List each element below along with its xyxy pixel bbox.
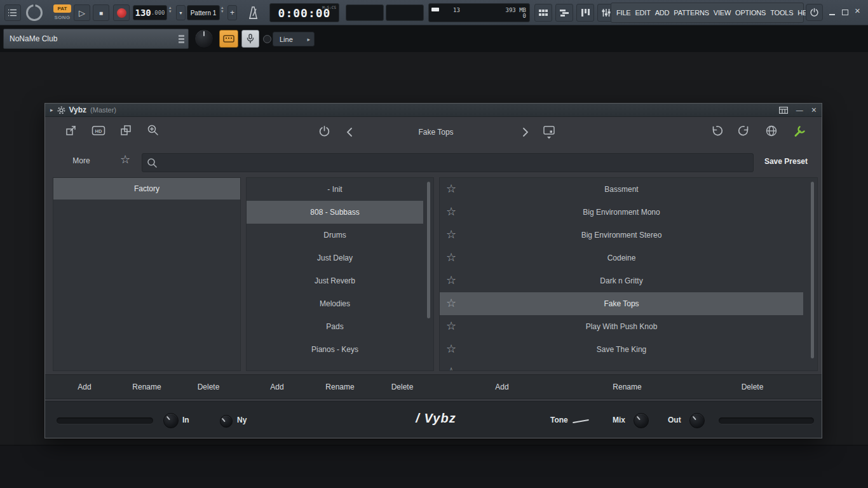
preset-delete-button[interactable]: Delete [742, 383, 764, 391]
pattern-mode-toggle[interactable]: PAT [53, 4, 71, 13]
tempo-display[interactable]: 130.000 [133, 5, 167, 20]
bank-add-button[interactable]: Add [78, 383, 91, 391]
preset-row[interactable]: ☆ Dark n Gritty [440, 269, 803, 292]
piano-roll-button[interactable] [576, 4, 594, 22]
preset-row[interactable]: ☆ Big Environment Stereo [440, 224, 803, 247]
metronome-button[interactable] [246, 4, 260, 21]
plugin-titlebar[interactable]: ▸ Vybz (Master) — × [45, 104, 822, 117]
window-maximize-button[interactable] [842, 8, 848, 15]
ny-knob[interactable] [220, 415, 233, 428]
channel-name-text: NoNaMe Club [10, 34, 57, 43]
redo-button[interactable] [737, 124, 751, 138]
detach-grid-icon[interactable] [779, 107, 788, 114]
mic-button[interactable] [241, 30, 259, 48]
tempo-spinner[interactable]: ▴▾ [169, 6, 172, 13]
preset-row[interactable]: ☆ Play With Push Knob [440, 315, 803, 338]
hd-mode-button[interactable]: HD [92, 123, 105, 137]
add-pattern-button[interactable]: + [227, 5, 237, 20]
bank-item[interactable]: Factory [53, 178, 240, 200]
playlist-icon [559, 8, 569, 18]
tool-dropdown[interactable]: Line ▸ [273, 32, 315, 46]
menu-edit[interactable]: EDIT [635, 9, 650, 17]
category-item[interactable]: Drums [247, 224, 423, 247]
playlist-button[interactable] [555, 4, 573, 22]
category-add-button[interactable]: Add [270, 383, 283, 391]
tweaks-button[interactable] [792, 124, 806, 138]
category-scrollbar[interactable] [427, 182, 430, 318]
plugin-minimize-button[interactable]: — [796, 107, 803, 114]
pattern-spinner[interactable]: ▴▾ [221, 6, 224, 13]
tone-slider[interactable] [573, 419, 589, 423]
star-icon[interactable]: ☆ [446, 366, 456, 371]
undo-button[interactable] [710, 124, 724, 138]
input-level-slider[interactable] [57, 417, 153, 424]
window-close-button[interactable]: × [855, 5, 860, 16]
preset-view-button[interactable] [542, 124, 556, 142]
play-button[interactable]: ▷ [74, 4, 90, 21]
output-level-slider[interactable] [719, 417, 814, 424]
category-item[interactable]: Pianos - Keys [247, 338, 423, 361]
bank-delete-button[interactable]: Delete [198, 383, 220, 391]
pop-out-button[interactable] [64, 123, 78, 137]
preset-row[interactable]: ☆ Codeine [440, 247, 803, 269]
preset-row-partial[interactable]: ☆ [440, 361, 803, 371]
menu-tools[interactable]: TOOLS [770, 9, 793, 17]
channel-rack-button[interactable] [534, 4, 552, 22]
channel-name-field[interactable]: NoNaMe Club [3, 29, 189, 49]
more-button[interactable]: More [62, 156, 100, 165]
out-knob[interactable] [689, 413, 705, 428]
preset-row-selected[interactable]: ☆ Fake Tops [440, 292, 803, 315]
preset-add-button[interactable]: Add [495, 383, 508, 391]
category-item[interactable]: - Init [247, 178, 423, 201]
category-item[interactable]: Pads [247, 315, 423, 338]
preset-row[interactable]: ☆ Big Environment Mono [440, 201, 803, 224]
save-preset-button[interactable]: Save Preset [764, 157, 808, 166]
next-preset-button[interactable] [519, 125, 532, 139]
current-preset-label[interactable]: Fake Tops [334, 128, 538, 137]
category-delete-button[interactable]: Delete [391, 383, 414, 391]
gear-icon[interactable] [57, 106, 65, 114]
menu-add[interactable]: ADD [655, 9, 670, 17]
mix-knob[interactable] [634, 413, 649, 428]
time-display[interactable]: 0:00:00 M:S:CS [269, 3, 339, 22]
pattern-picker-button[interactable]: ▾ [176, 5, 186, 20]
menu-options[interactable]: OPTIONS [735, 9, 766, 17]
menu-view[interactable]: VIEW [714, 9, 731, 17]
typing-keyboard-button[interactable] [219, 30, 238, 48]
preset-scrollbar[interactable] [811, 182, 814, 358]
window-minimize-button[interactable] [829, 8, 835, 15]
zoom-button[interactable] [146, 123, 160, 137]
record-button[interactable] [113, 4, 130, 21]
search-input[interactable] [142, 153, 754, 172]
category-item[interactable]: 808 - Subbass [247, 201, 423, 224]
sync-power-button[interactable] [806, 4, 823, 21]
pattern-selector[interactable]: Pattern 1 [187, 5, 220, 20]
preset-row[interactable]: ☆ Save The King [440, 338, 803, 361]
online-presets-button[interactable] [764, 124, 778, 138]
menu-patterns[interactable]: PATTERNS [674, 9, 709, 17]
category-item[interactable]: Melodies [247, 292, 423, 315]
main-volume-slider[interactable] [431, 8, 439, 11]
category-rename-button[interactable]: Rename [325, 383, 354, 391]
plugin-close-button[interactable]: × [811, 105, 817, 114]
menu-file[interactable]: FILE [616, 9, 630, 17]
category-list: - Init 808 - Subbass Drums Just Delay Ju… [246, 177, 434, 371]
favorite-star-icon[interactable]: ☆ [120, 154, 130, 165]
channel-volume-knob[interactable] [194, 29, 214, 48]
undo-icon [710, 125, 723, 137]
bank-rename-button[interactable]: Rename [132, 383, 161, 391]
preset-power-button[interactable] [317, 124, 331, 138]
plugin-title-context: (Master) [90, 106, 116, 114]
stop-button[interactable]: ■ [93, 4, 109, 21]
category-item[interactable]: Just Reverb [247, 269, 423, 292]
plugin-menu-arrow-icon[interactable]: ▸ [50, 107, 53, 113]
main-dial[interactable] [26, 4, 43, 21]
song-mode-label[interactable]: SONG [53, 15, 71, 20]
category-item[interactable]: Just Delay [247, 247, 423, 269]
toolbar-options-button[interactable] [4, 4, 21, 21]
preset-row[interactable]: ☆ Bassment [440, 178, 803, 201]
copy-layout-button[interactable] [119, 123, 133, 137]
mini-knob[interactable] [263, 35, 271, 43]
preset-rename-button[interactable]: Rename [613, 383, 641, 391]
in-knob[interactable] [163, 413, 179, 428]
